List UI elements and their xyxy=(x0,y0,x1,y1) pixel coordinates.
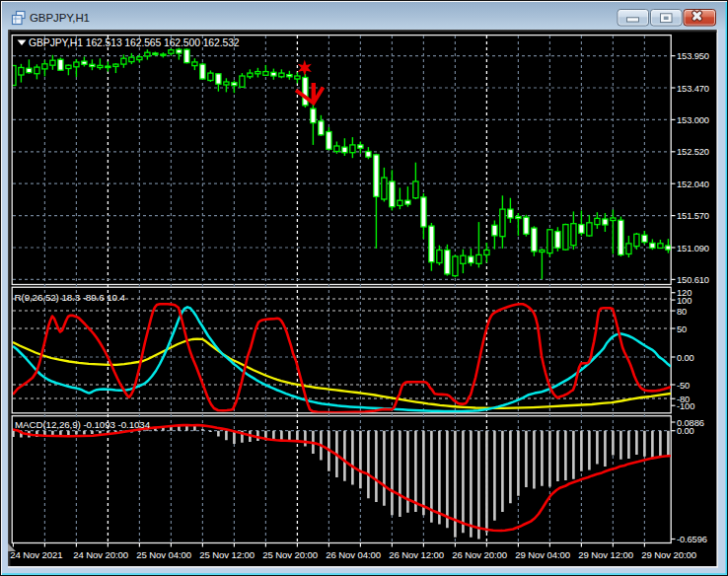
svg-text:0.00: 0.00 xyxy=(677,353,694,363)
svg-text:-0.6596: -0.6596 xyxy=(677,535,707,544)
svg-text:80: 80 xyxy=(677,307,687,317)
svg-text:151.570: 151.570 xyxy=(677,211,709,221)
svg-text:GBPJPY,H1: GBPJPY,H1 xyxy=(30,12,90,24)
svg-text:152.520: 152.520 xyxy=(677,147,709,157)
svg-text:150.610: 150.610 xyxy=(677,275,709,285)
svg-text:153.950: 153.950 xyxy=(677,51,709,61)
svg-text:25 Nov 20:00: 25 Nov 20:00 xyxy=(262,549,318,560)
svg-text:MACD(12,26,9) -0.1093 -0.1034: MACD(12,26,9) -0.1093 -0.1034 xyxy=(15,419,151,430)
svg-text:-100: -100 xyxy=(677,401,694,411)
svg-text:24 Nov 2021: 24 Nov 2021 xyxy=(10,549,62,560)
svg-text:26 Nov 20:00: 26 Nov 20:00 xyxy=(452,549,507,560)
svg-text:100: 100 xyxy=(677,296,692,306)
svg-text:0.00: 0.00 xyxy=(677,426,694,436)
svg-text:25 Nov 12:00: 25 Nov 12:00 xyxy=(199,549,255,560)
svg-text:152.040: 152.040 xyxy=(677,180,709,189)
svg-text:153.000: 153.000 xyxy=(677,115,709,125)
svg-text:29 Nov 12:00: 29 Nov 12:00 xyxy=(578,549,633,560)
svg-text:26 Nov 04:00: 26 Nov 04:00 xyxy=(326,549,381,560)
svg-text:151.090: 151.090 xyxy=(677,244,709,253)
svg-text:25 Nov 04:00: 25 Nov 04:00 xyxy=(136,549,191,560)
svg-text:29 Nov 20:00: 29 Nov 20:00 xyxy=(641,549,696,560)
svg-text:29 Nov 04:00: 29 Nov 04:00 xyxy=(515,549,570,560)
svg-text:50: 50 xyxy=(677,324,687,334)
svg-text:26 Nov 12:00: 26 Nov 12:00 xyxy=(389,549,444,560)
svg-text:-50: -50 xyxy=(677,381,690,391)
svg-text:R(9,26,52) 18.3 -89.6 10.4: R(9,26,52) 18.3 -89.6 10.4 xyxy=(15,292,126,303)
svg-text:24 Nov 20:00: 24 Nov 20:00 xyxy=(73,549,128,560)
svg-text:GBPJPY,H1 162.513 162.565 162: GBPJPY,H1 162.513 162.565 162.500 162.53… xyxy=(29,37,240,48)
svg-text:153.470: 153.470 xyxy=(677,84,709,94)
